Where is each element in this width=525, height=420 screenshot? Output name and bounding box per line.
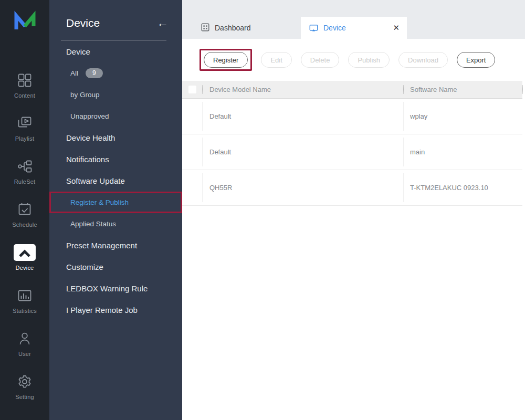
cell-software-name: wplay xyxy=(403,99,522,134)
table-row[interactable]: QH55R T-KTM2ELAKUC 0923.10 xyxy=(182,170,522,206)
setting-gear-icon xyxy=(16,372,33,392)
sidebar-menu: Device All 9 by Group Unapproved Device … xyxy=(49,41,182,321)
device-display-icon xyxy=(13,243,37,262)
cell-software-name: T-KTM2ELAKUC 0923.10 xyxy=(403,170,522,205)
export-button[interactable]: Export xyxy=(457,52,496,68)
rail-nav: Content Playlist RuleSet xyxy=(0,70,49,415)
rail-item-label: Content xyxy=(14,92,35,99)
sidebar-item-all[interactable]: All 9 xyxy=(49,62,182,84)
tab-device[interactable]: Device ✕ xyxy=(301,17,407,39)
software-table: Device Model Name Software Name Default … xyxy=(182,81,522,206)
device-monitor-icon xyxy=(309,24,318,33)
sidebar-title: Device xyxy=(66,16,100,30)
rail-item-user[interactable]: User xyxy=(0,329,49,372)
table-row[interactable]: Default main xyxy=(182,134,522,170)
edit-button: Edit xyxy=(261,52,291,68)
register-button[interactable]: Register xyxy=(204,52,248,68)
close-tab-icon[interactable]: ✕ xyxy=(393,17,400,39)
rail-item-label: Statistics xyxy=(13,308,37,314)
rail-item-label: Setting xyxy=(15,394,34,400)
tab-label: Device xyxy=(323,24,346,32)
sidebar-item-ledbox-warning-rule[interactable]: LEDBOX Warning Rule xyxy=(49,278,182,299)
magicinfo-m-icon xyxy=(12,10,37,32)
rail-item-statistics[interactable]: Statistics xyxy=(0,286,49,329)
cell-device-model-name: QH55R xyxy=(202,170,403,205)
ruleset-icon xyxy=(16,156,33,176)
tab-bar: Dashboard Device ✕ xyxy=(182,0,525,39)
collapse-sidebar-icon[interactable]: ← xyxy=(157,17,169,29)
sidebar-item-customize[interactable]: Customize xyxy=(49,256,182,278)
tab-dashboard[interactable]: Dashboard xyxy=(201,17,251,39)
rail-item-label: Device xyxy=(16,265,34,271)
cell-device-model-name: Default xyxy=(202,99,403,134)
rail-item-label: Schedule xyxy=(12,222,37,228)
cell-software-name: main xyxy=(403,134,522,170)
main-content: Dashboard Device ✕ Register Edit Delete … xyxy=(182,0,525,420)
rail-item-playlist[interactable]: Playlist xyxy=(0,113,49,156)
sidebar-item-register-and-publish[interactable]: Register & Publish xyxy=(49,192,182,213)
rail-item-label: RuleSet xyxy=(14,178,36,185)
sidebar-item-device-health[interactable]: Device Health xyxy=(49,127,182,149)
rail-item-content[interactable]: Content xyxy=(0,70,49,113)
device-count-badge: 9 xyxy=(86,68,103,78)
user-person-icon xyxy=(16,329,33,349)
icon-rail: Content Playlist RuleSet xyxy=(0,0,49,420)
header-checkbox-cell xyxy=(182,86,202,93)
rail-item-setting[interactable]: Setting xyxy=(0,372,49,415)
sidebar-item-by-group[interactable]: by Group xyxy=(49,84,182,106)
annotation-box-register: Register xyxy=(200,49,252,71)
column-header-software-name[interactable]: Software Name xyxy=(403,81,522,98)
rail-item-schedule[interactable]: Schedule xyxy=(0,200,49,243)
schedule-calendar-icon xyxy=(16,200,33,219)
device-sidebar: Device ← Device All 9 by Group Unapprove… xyxy=(49,0,182,420)
table-body: Default wplay Default main QH55R T-KTM2E… xyxy=(182,99,522,206)
rail-item-label: Playlist xyxy=(15,135,34,142)
publish-button: Publish xyxy=(348,52,390,68)
delete-button: Delete xyxy=(301,52,340,68)
download-button: Download xyxy=(398,52,448,68)
table-row[interactable]: Default wplay xyxy=(182,99,522,134)
sidebar-item-applied-status[interactable]: Applied Status xyxy=(49,213,182,235)
rail-item-device[interactable]: Device xyxy=(0,243,49,286)
select-all-checkbox[interactable] xyxy=(188,86,196,93)
cell-device-model-name: Default xyxy=(202,134,403,170)
sidebar-item-software-update[interactable]: Software Update xyxy=(49,170,182,192)
statistics-chart-icon xyxy=(16,286,33,306)
rail-item-ruleset[interactable]: RuleSet xyxy=(0,156,49,200)
dashboard-icon xyxy=(201,23,209,33)
sidebar-item-preset-management[interactable]: Preset Management xyxy=(49,235,182,256)
app-logo[interactable] xyxy=(12,10,37,34)
rail-item-label: User xyxy=(18,351,31,357)
device-toolbar: Register Edit Delete Publish Download Ex… xyxy=(182,39,525,81)
column-header-device-model-name[interactable]: Device Model Name xyxy=(202,81,403,98)
sidebar-item-notifications[interactable]: Notifications xyxy=(49,149,182,170)
sidebar-item-unapproved[interactable]: Unapproved xyxy=(49,106,182,127)
table-header: Device Model Name Software Name xyxy=(182,81,522,99)
tab-label: Dashboard xyxy=(215,24,251,32)
content-grid-icon xyxy=(16,70,33,90)
sidebar-item-device[interactable]: Device xyxy=(49,41,182,62)
sidebar-item-i-player-remote-job[interactable]: I Player Remote Job xyxy=(49,299,182,321)
playlist-icon xyxy=(16,113,33,133)
